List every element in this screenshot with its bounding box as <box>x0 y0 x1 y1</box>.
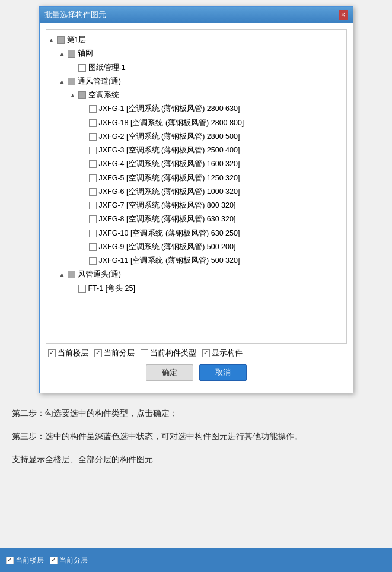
tree-node-label: 通风管道(通) <box>78 75 121 88</box>
tree-node[interactable]: JXFG-6 [空调系统 (薄钢板风管) 1000 320] <box>49 185 344 199</box>
tree-node-label: JXFG-2 [空调系统 (薄钢板风管) 2800 500] <box>99 131 240 143</box>
tree-node[interactable]: JXFG-5 [空调系统 (薄钢板风管) 1250 320] <box>49 171 344 185</box>
tree-checkbox[interactable] <box>89 202 97 209</box>
option-item-1[interactable]: 当前分层 <box>94 348 135 358</box>
confirm-button[interactable]: 确定 <box>146 364 193 381</box>
title-bar: 批量选择构件图元 × <box>40 7 353 23</box>
tree-node[interactable]: JXFG-10 [空调系统 (薄钢板风管) 630 250] <box>49 227 344 240</box>
tree-node[interactable]: ▲空调系统 <box>49 88 344 102</box>
bottom-label-1: 当前分层 <box>59 555 88 565</box>
dialog-title: 批量选择构件图元 <box>44 9 106 20</box>
tree-node-label: JXFG-3 [空调系统 (薄钢板风管) 2500 400] <box>99 144 240 157</box>
tree-node[interactable]: JXFG-8 [空调系统 (薄钢板风管) 630 320] <box>49 212 344 226</box>
option-item-3[interactable]: 显示构件 <box>202 348 243 358</box>
tree-node[interactable]: JXFG-1 [空调系统 (薄钢板风管) 2800 630] <box>49 102 344 116</box>
tree-checkbox[interactable] <box>89 257 97 265</box>
collapse-arrow-icon[interactable]: ▲ <box>49 35 57 45</box>
bottom-option-0[interactable]: 当前楼层 <box>6 555 44 565</box>
tree-checkbox[interactable] <box>89 147 97 154</box>
tree-node-label: JXFG-10 [空调系统 (薄钢板风管) 630 250] <box>99 227 240 240</box>
tree-checkbox[interactable] <box>89 230 97 237</box>
tree-checkbox[interactable] <box>68 271 75 278</box>
tree-node-label: JXFG-18 [空调系统 (薄钢板风管) 2800 800] <box>99 117 244 129</box>
tree-node-label: JXFG-11 [空调系统 (薄钢板风管) 500 320] <box>99 255 240 267</box>
tree-checkbox[interactable] <box>78 64 86 72</box>
bottom-option-1[interactable]: 当前分层 <box>50 555 88 565</box>
option-checkbox-3[interactable] <box>202 349 210 357</box>
tree-node-label: JXFG-9 [空调系统 (薄钢板风管) 500 200] <box>99 241 236 253</box>
option-checkbox-0[interactable] <box>48 349 56 357</box>
tree-checkbox[interactable] <box>89 188 97 196</box>
tree-checkbox[interactable] <box>89 133 97 141</box>
tree-node[interactable]: JXFG-3 [空调系统 (薄钢板风管) 2500 400] <box>49 144 344 157</box>
tree-checkbox[interactable] <box>89 160 97 168</box>
tree-node[interactable]: ▲通风管道(通) <box>49 75 344 88</box>
tree-node-label: 第1层 <box>67 34 87 46</box>
tree-checkbox[interactable] <box>57 36 65 44</box>
tree-node[interactable]: JXFG-7 [空调系统 (薄钢板风管) 800 320] <box>49 199 344 212</box>
bottom-checkbox-0[interactable] <box>6 557 14 564</box>
tree-node-label: JXFG-1 [空调系统 (薄钢板风管) 2800 630] <box>99 103 240 115</box>
tree-checkbox[interactable] <box>78 285 86 293</box>
bottom-label-0: 当前楼层 <box>15 555 44 565</box>
option-label-2: 当前构件类型 <box>150 348 196 358</box>
tree-node-label: JXFG-6 [空调系统 (薄钢板风管) 1000 320] <box>99 186 240 198</box>
tree-node-label: JXFG-7 [空调系统 (薄钢板风管) 800 320] <box>99 199 236 212</box>
dialog: 批量选择构件图元 × ▲第1层▲轴网图纸管理-1▲通风管道(通)▲空调系统JXF… <box>39 6 353 393</box>
cancel-button[interactable]: 取消 <box>199 364 247 381</box>
tree-checkbox[interactable] <box>78 91 86 99</box>
tree-node-label: JXFG-4 [空调系统 (薄钢板风管) 1600 320] <box>99 158 240 170</box>
tree-node[interactable]: ▲风管通头(通) <box>49 268 344 281</box>
close-button[interactable]: × <box>339 10 348 20</box>
tree-checkbox[interactable] <box>89 119 97 127</box>
tree-checkbox[interactable] <box>89 243 97 251</box>
tree-node[interactable]: ▲轴网 <box>49 47 344 61</box>
tree-node[interactable]: JXFG-9 [空调系统 (薄钢板风管) 500 200] <box>49 240 344 254</box>
bottom-checkbox-1[interactable] <box>50 557 58 564</box>
tree-node[interactable]: JXFG-18 [空调系统 (薄钢板风管) 2800 800] <box>49 116 344 130</box>
option-item-0[interactable]: 当前楼层 <box>48 348 88 358</box>
tree-node[interactable]: JXFG-11 [空调系统 (薄钢板风管) 500 320] <box>49 254 344 268</box>
tree-node[interactable]: 图纸管理-1 <box>49 61 344 75</box>
tree-node[interactable]: ▲第1层 <box>49 33 344 47</box>
bottom-bar: 当前楼层当前分层 <box>0 548 392 572</box>
tree-checkbox[interactable] <box>68 78 75 85</box>
tree-node-label: JXFG-8 [空调系统 (薄钢板风管) 630 320] <box>99 213 236 225</box>
tree-checkbox[interactable] <box>89 105 97 113</box>
tree-node-label: 轴网 <box>78 47 93 60</box>
collapse-arrow-icon[interactable]: ▲ <box>70 90 78 100</box>
tree-node[interactable]: JXFG-4 [空调系统 (薄钢板风管) 1600 320] <box>49 157 344 171</box>
tree-node[interactable]: FT-1 [弯头 25] <box>49 282 344 295</box>
option-label-3: 显示构件 <box>212 348 243 358</box>
tree-node-label: 风管通头(通) <box>78 268 121 281</box>
option-checkbox-1[interactable] <box>94 349 102 357</box>
collapse-arrow-icon[interactable]: ▲ <box>59 77 68 87</box>
options-row: 当前楼层当前分层当前构件类型显示构件 <box>46 344 347 362</box>
collapse-arrow-icon[interactable]: ▲ <box>59 269 68 279</box>
tree-checkbox[interactable] <box>68 50 75 58</box>
tree-node-label: JXFG-5 [空调系统 (薄钢板风管) 1250 320] <box>99 172 240 185</box>
instruction-1: 第二步：勾选要选中的构件类型，点击确定； <box>12 405 380 421</box>
tree-node-label: 图纸管理-1 <box>88 62 126 74</box>
option-label-0: 当前楼层 <box>58 348 88 358</box>
tree-checkbox[interactable] <box>89 174 97 182</box>
tree-node[interactable]: JXFG-2 [空调系统 (薄钢板风管) 2800 500] <box>49 130 344 144</box>
collapse-arrow-icon[interactable]: ▲ <box>59 49 68 59</box>
content-area: 第二步：勾选要选中的构件类型，点击确定；第三步：选中的构件呈深蓝色选中状态，可对… <box>0 399 392 481</box>
tree-node-label: FT-1 [弯头 25] <box>88 282 136 295</box>
instruction-2: 第三步：选中的构件呈深蓝色选中状态，可对选中构件图元进行其他功能操作。 <box>12 428 380 444</box>
tree-container: ▲第1层▲轴网图纸管理-1▲通风管道(通)▲空调系统JXFG-1 [空调系统 (… <box>46 29 347 344</box>
tree-node-label: 空调系统 <box>88 89 119 101</box>
instruction-3: 支持显示全楼层、全部分层的构件图元 <box>12 452 380 468</box>
option-label-1: 当前分层 <box>104 348 135 358</box>
option-item-2[interactable]: 当前构件类型 <box>141 348 196 358</box>
option-checkbox-2[interactable] <box>141 349 148 357</box>
tree-checkbox[interactable] <box>89 215 97 223</box>
